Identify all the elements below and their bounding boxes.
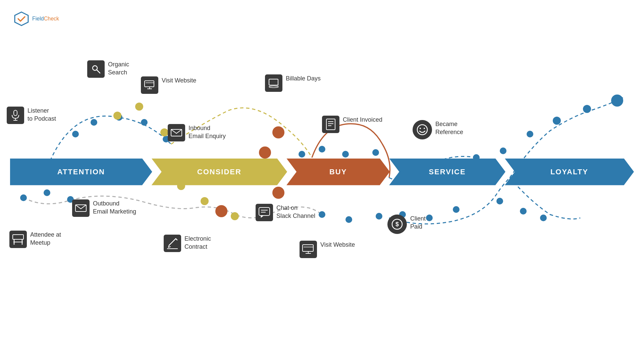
svg-rect-60 <box>259 207 270 216</box>
stage-attention: ATTENTION <box>10 159 152 185</box>
svg-point-7 <box>44 189 50 196</box>
svg-point-35 <box>611 95 623 107</box>
svg-point-21 <box>345 216 352 223</box>
touchpoint-became-reference: BecameReference <box>413 120 463 139</box>
svg-point-32 <box>527 131 533 137</box>
chat-icon <box>256 204 273 221</box>
svg-point-47 <box>269 86 278 88</box>
stage-buy-label: BUY <box>329 168 347 176</box>
organic-search-label: OrganicSearch <box>108 60 129 77</box>
monitor-icon-top <box>141 76 158 94</box>
logo-text: FieldCheck <box>32 16 59 22</box>
logo-check: Check <box>44 16 59 21</box>
invoice-icon <box>322 116 339 133</box>
svg-line-70 <box>176 239 177 240</box>
svg-rect-74 <box>303 245 313 251</box>
touchpoint-billable-days: Billable Days <box>265 74 321 92</box>
touchpoint-organic-search: OrganicSearch <box>87 60 129 78</box>
svg-rect-48 <box>14 110 17 116</box>
svg-text:$: $ <box>395 221 399 228</box>
touchpoint-client-invoiced: Client Invoiced <box>322 116 382 133</box>
became-reference-label: BecameReference <box>435 120 463 136</box>
svg-point-27 <box>319 146 325 153</box>
svg-point-2 <box>91 119 97 126</box>
stage-attention-label: ATTENTION <box>57 168 105 176</box>
stage-loyalty: LOYALTY <box>505 159 634 185</box>
touchpoint-outbound-email: OutboundEmail Marketing <box>72 199 136 217</box>
svg-rect-45 <box>269 79 278 85</box>
stage-consider-label: CONSIDER <box>197 168 241 176</box>
svg-point-1 <box>72 131 79 137</box>
logo-field: Field <box>32 16 44 21</box>
outbound-email-label: OutboundEmail Marketing <box>93 199 136 216</box>
svg-point-26 <box>299 151 305 158</box>
smile-icon <box>413 120 432 139</box>
mic-icon <box>7 107 24 124</box>
touchpoint-listener-podcast: Listenerto Podcast <box>7 107 56 124</box>
svg-point-9 <box>113 112 121 120</box>
svg-point-33 <box>553 117 561 125</box>
touchpoint-visit-website-bottom: Visit Website <box>300 241 355 258</box>
stage-buy: BUY <box>286 159 390 185</box>
touchpoint-chat-slack: Chat onSlack Channel <box>256 204 315 221</box>
svg-point-13 <box>201 197 209 205</box>
touchpoint-inbound-email: InboundEmail Enquiry <box>168 124 226 141</box>
laptop-icon <box>265 74 282 92</box>
billable-days-label: Billable Days <box>286 74 321 82</box>
search-icon <box>87 60 105 78</box>
svg-line-40 <box>97 70 100 73</box>
visit-website-bottom-label: Visit Website <box>320 241 355 249</box>
listener-podcast-label: Listenerto Podcast <box>28 107 56 123</box>
svg-point-15 <box>272 126 284 138</box>
logo-icon <box>13 11 30 27</box>
svg-line-69 <box>169 239 176 245</box>
svg-point-16 <box>259 146 271 159</box>
monitor-icon-bottom <box>300 241 317 258</box>
email-icon-outbound <box>72 199 90 217</box>
svg-point-18 <box>272 187 284 199</box>
stage-service: SERVICE <box>389 159 505 185</box>
client-invoiced-label: Client Invoiced <box>343 116 382 124</box>
svg-point-19 <box>215 205 227 217</box>
chat-slack-label: Chat onSlack Channel <box>276 204 315 220</box>
svg-point-25 <box>453 206 460 213</box>
stage-service-label: SERVICE <box>429 168 466 176</box>
touchpoint-electronic-contract: ElectronicContract <box>164 235 211 252</box>
email-icon-inbound <box>168 124 185 141</box>
svg-point-6 <box>20 194 27 201</box>
svg-point-34 <box>583 105 591 113</box>
svg-point-37 <box>520 208 527 215</box>
svg-point-14 <box>231 212 239 220</box>
attendee-meetup-label: Attendee atMeetup <box>30 231 61 247</box>
svg-point-38 <box>540 215 547 221</box>
svg-point-10 <box>135 103 143 111</box>
svg-point-36 <box>496 198 503 204</box>
touchpoint-visit-website-top: Visit Website <box>141 76 196 94</box>
dollar-icon: $ <box>387 215 407 234</box>
svg-point-11 <box>160 128 168 136</box>
logo: FieldCheck <box>13 11 59 27</box>
svg-rect-52 <box>326 119 335 130</box>
svg-point-3 <box>116 114 122 121</box>
stage-loyalty-label: LOYALTY <box>550 168 588 176</box>
visit-website-top-label: Visit Website <box>162 76 196 84</box>
svg-point-31 <box>500 147 506 154</box>
svg-marker-0 <box>15 12 28 25</box>
stage-consider: CONSIDER <box>152 159 287 185</box>
svg-point-22 <box>376 213 382 220</box>
funnel-stages: ATTENTION CONSIDER BUY SERVICE LOYALTY <box>10 158 634 186</box>
svg-point-20 <box>319 211 325 218</box>
svg-rect-41 <box>145 81 154 87</box>
svg-point-4 <box>141 119 148 126</box>
inbound-email-label: InboundEmail Enquiry <box>189 124 226 140</box>
electronic-contract-label: ElectronicContract <box>184 235 211 251</box>
client-paid-label: ClientPaid <box>410 215 426 231</box>
svg-point-56 <box>417 125 427 135</box>
svg-point-24 <box>426 215 433 221</box>
sign-icon <box>164 235 181 252</box>
touchpoint-client-paid: $ ClientPaid <box>387 215 426 234</box>
svg-point-58 <box>424 128 425 129</box>
svg-point-28 <box>342 151 349 158</box>
svg-point-29 <box>372 149 379 156</box>
svg-rect-65 <box>13 235 23 239</box>
